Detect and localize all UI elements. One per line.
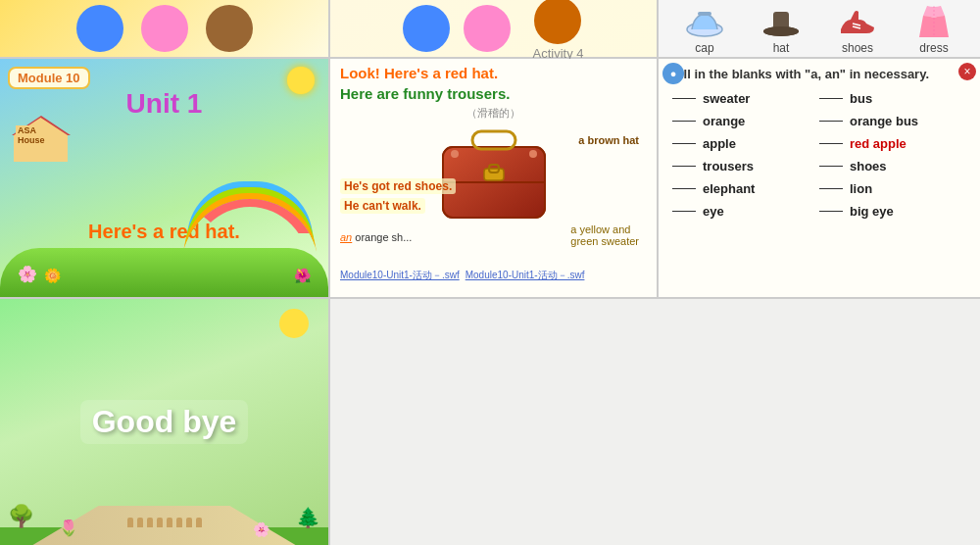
fill-item-orange: orange (672, 114, 819, 128)
word-bus: bus (850, 91, 872, 106)
fill-item-eye: eye (672, 204, 819, 219)
svg-rect-1 (698, 12, 711, 16)
cap-label: cap (695, 41, 713, 55)
close-button[interactable]: × (958, 63, 976, 80)
mid-right-panel: ● × Fill in the blanks with "a, an" in n… (657, 59, 980, 299)
blue-circle-mid (403, 5, 450, 52)
fence-post-3 (147, 518, 153, 527)
yellow-text: a yellow and green sweater (570, 223, 639, 247)
slide-content: Look! Here's a red hat. Here are funny t… (340, 65, 647, 121)
fill-item-trousers: trousers (672, 159, 819, 173)
word-orange: orange (703, 114, 745, 128)
fill-col-right: bus orange bus red apple shoes lion (819, 91, 966, 219)
blank-big-eye (819, 211, 843, 212)
word-lion: lion (850, 181, 872, 196)
overlay-text-1: He's got red shoes. (340, 178, 456, 194)
svg-point-4 (763, 26, 799, 36)
look-line: Look! Here's a red hat. (340, 65, 647, 82)
blank-apple (672, 143, 696, 144)
orange-sh-text: orange sh... (355, 231, 412, 243)
dress-icon (913, 2, 955, 39)
word-shoes: shoes (850, 159, 887, 173)
main-grid: Activity 4 cap hat (0, 0, 980, 545)
hat-label: hat (773, 41, 790, 55)
fill-item-orange-bus: orange bus (819, 114, 966, 128)
fill-item-red-apple: red apple (819, 136, 966, 151)
shoes-item: shoes (837, 2, 878, 55)
fence-post-5 (167, 518, 172, 527)
fill-col-left: sweater orange apple trousers elephant (672, 91, 819, 219)
cap-item: cap (684, 2, 725, 55)
fence-post-8 (196, 518, 202, 527)
svg-point-14 (451, 150, 459, 158)
blank-bus (819, 98, 843, 99)
blank-red-apple (819, 143, 843, 144)
fence-post-7 (186, 518, 192, 527)
sun-decoration (287, 67, 315, 94)
word-big-eye: big eye (850, 204, 894, 219)
pink-circle-mid (464, 5, 511, 52)
flower-mid: 🌼 (44, 268, 61, 283)
overlay-text-2: He can't walk. (340, 198, 425, 214)
fill-columns: sweater orange apple trousers elephant (672, 91, 966, 219)
blank-sweater (672, 98, 696, 99)
brown-circle (206, 5, 253, 52)
blank-lion (819, 188, 843, 189)
link2[interactable]: Module10-Unit1-活动－.swf (466, 269, 585, 282)
dress-item: dress (913, 2, 955, 55)
suitcase-svg (435, 129, 553, 223)
green-line: green sweater (570, 235, 639, 247)
link1[interactable]: Module10-Unit1-活动－.swf (340, 269, 460, 282)
fence-post-6 (176, 518, 182, 527)
dress-label: dress (919, 41, 948, 55)
orange-text: an orange sh... (340, 231, 412, 243)
mid-center-panel: Look! Here's a red hat. Here are funny t… (328, 59, 657, 299)
blank-orange (672, 121, 696, 122)
fill-item-lion: lion (819, 181, 966, 196)
shoes-label: shoes (842, 41, 873, 55)
svg-point-15 (529, 150, 537, 158)
look-text: Look! Here's a red hat. (340, 65, 498, 81)
fence-post-4 (157, 518, 163, 527)
here-are-prefix: Here are (340, 85, 403, 102)
goodbye-text: Good bye (80, 400, 249, 444)
fence-post-2 (137, 518, 143, 527)
bot-left-panel: 🌳 🌲 🌷 🌸 Good bye (0, 299, 328, 545)
shoes-icon (837, 2, 878, 39)
blank-shoes (819, 166, 843, 167)
word-eye: eye (703, 204, 724, 219)
here-are-line: Here are funny trousers. (340, 85, 647, 103)
blank-eye (672, 211, 696, 212)
blank-orange-bus (819, 121, 843, 122)
fill-item-elephant: elephant (672, 181, 819, 196)
links-row: Module10-Unit1-活动－.swf Module10-Unit1-活动… (340, 269, 647, 282)
an-word: an (340, 231, 352, 243)
word-red-apple: red apple (850, 136, 906, 151)
flower-left: 🌸 (18, 265, 37, 283)
word-trousers: trousers (703, 159, 754, 173)
fill-item-sweater: sweater (672, 91, 819, 106)
svg-rect-11 (484, 169, 504, 180)
top-left-panel (0, 0, 328, 59)
pink-circle (141, 5, 188, 52)
blank-elephant (672, 188, 696, 189)
slide-image-area: a brown hat He's got red shoes. He can't… (340, 124, 647, 267)
blank-trousers (672, 166, 696, 167)
cap-icon (684, 2, 725, 39)
funny-word: funny (403, 85, 443, 102)
top-mid-panel: Activity 4 (328, 0, 657, 59)
asa-label: ASAHouse (16, 125, 47, 145)
fill-item-shoes: shoes (819, 159, 966, 173)
word-orange-bus: orange bus (850, 114, 918, 128)
bot-mid-right-panel (328, 299, 980, 545)
fill-item-apple: apple (672, 136, 819, 151)
hat-item: hat (760, 2, 802, 55)
fence-row (0, 518, 328, 527)
word-elephant: elephant (703, 181, 755, 196)
subtext: （滑稽的） (340, 106, 647, 121)
brown-circle-mid (534, 0, 581, 44)
sun-decoration-bot (279, 309, 309, 338)
mid-left-panel: Module 10 ASAHouse Unit 1 Here's a red h… (0, 59, 328, 299)
fence-post-1 (127, 518, 133, 527)
word-sweater: sweater (703, 91, 750, 106)
